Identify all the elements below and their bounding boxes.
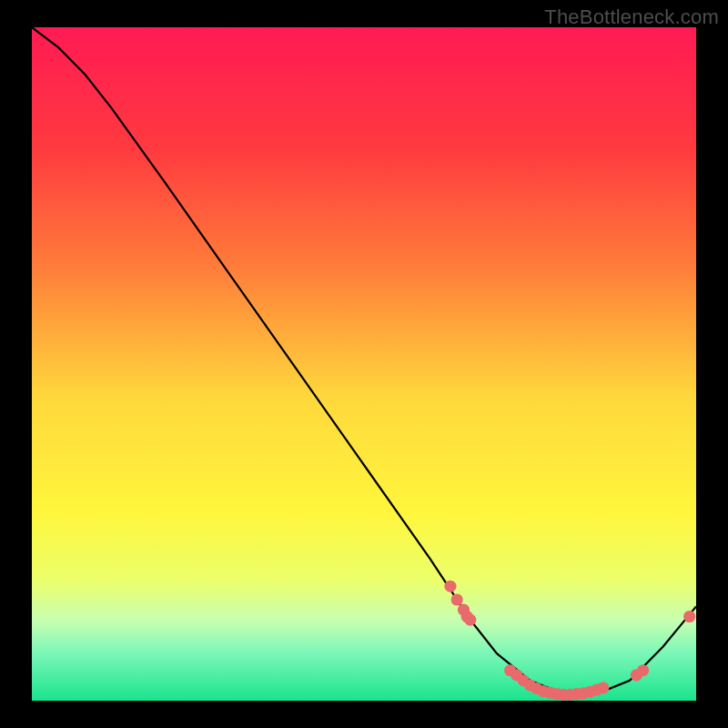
bottleneck-chart bbox=[32, 27, 696, 701]
data-marker bbox=[451, 593, 463, 605]
data-marker bbox=[637, 664, 649, 676]
gradient-background bbox=[32, 27, 696, 701]
data-marker bbox=[444, 581, 456, 592]
data-marker bbox=[683, 611, 695, 622]
data-marker bbox=[597, 682, 609, 693]
plot-area bbox=[32, 27, 696, 701]
watermark-text: TheBottleneck.com bbox=[544, 5, 719, 29]
chart-frame: TheBottleneck.com bbox=[0, 0, 728, 728]
data-marker bbox=[464, 614, 476, 626]
